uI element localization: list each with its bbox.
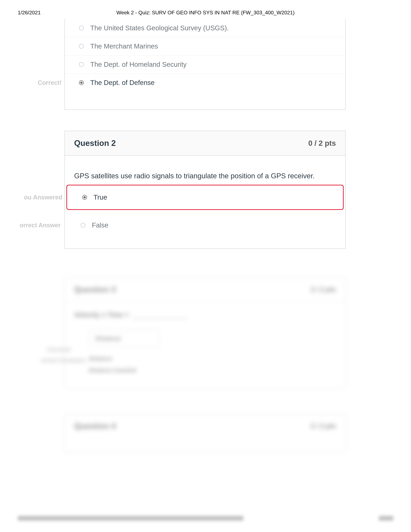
question-2-card: Question 2 0 / 2 pts GPS satellites use …	[65, 131, 346, 249]
answer-label: The Dept. of Homeland Security	[90, 61, 187, 68]
answer-option[interactable]: The United States Geological Survey (USG…	[65, 19, 345, 37]
question-title: Question 2	[74, 139, 116, 148]
answer-label: The Dept. of Defense	[90, 79, 155, 86]
radio-selected-icon	[82, 195, 87, 200]
feedback-correct-answers-label: orrect Answers	[24, 357, 85, 364]
radio-icon	[79, 26, 84, 30]
radio-selected-icon	[79, 80, 84, 85]
radio-icon	[81, 223, 85, 228]
feedback-you-answered-label: ou Answered	[1, 194, 62, 201]
feedback-correct-answer-label: orrect Answer	[0, 222, 61, 229]
answer-option[interactable]: orrect Answer False	[65, 213, 345, 237]
correct-answer-value: distance traveled	[89, 367, 336, 374]
question-header: Question 2 0 / 2 pts	[65, 131, 345, 156]
page-title: Week 2 - Quiz: SURV OF GEO INFO SYS IN N…	[0, 10, 411, 16]
question-1-card: The United States Geological Survey (USG…	[65, 19, 346, 110]
answer-label: False	[92, 221, 108, 229]
answer-option-selected[interactable]: Correct! The Dept. of Defense	[65, 74, 345, 92]
question-points: 2 / 2 pts	[311, 286, 336, 294]
question-prompt: GPS satellites use radio signals to tria…	[65, 156, 345, 185]
question-points: 0 / 2 pts	[308, 139, 336, 148]
question-title: Question 4	[74, 421, 116, 431]
radio-icon	[79, 44, 84, 49]
question-4-card-locked: Question 4 2 / 2 pts	[65, 414, 346, 452]
radio-icon	[79, 62, 84, 67]
answer-label: The United States Geological Survey (USG…	[90, 24, 229, 32]
quiz-content: The United States Geological Survey (USG…	[65, 19, 346, 452]
answer-option-wrong[interactable]: ou Answered True	[66, 185, 344, 210]
answer-option[interactable]: The Dept. of Homeland Security	[65, 55, 345, 74]
answer-label: True	[93, 193, 107, 201]
question-3-card-locked: Question 3 2 / 2 pts Velocity x Time = C…	[65, 278, 346, 389]
user-answer-value: Distance	[95, 335, 121, 342]
correct-answer-value: distance	[89, 355, 336, 362]
locked-preview-region: Question 3 2 / 2 pts Velocity x Time = C…	[65, 278, 346, 452]
fill-in-answer-box: Distance	[89, 330, 159, 347]
answer-option[interactable]: The Merchant Marines	[65, 37, 345, 55]
feedback-correct-label: Correct!	[0, 79, 62, 86]
answer-label: The Merchant Marines	[90, 42, 158, 50]
question-points: 2 / 2 pts	[311, 422, 336, 430]
question-title: Question 3	[74, 285, 116, 294]
question-prompt: Velocity x Time =	[74, 311, 129, 319]
page-footer-locked	[18, 516, 393, 522]
feedback-correct-label: Correct!	[10, 346, 71, 353]
